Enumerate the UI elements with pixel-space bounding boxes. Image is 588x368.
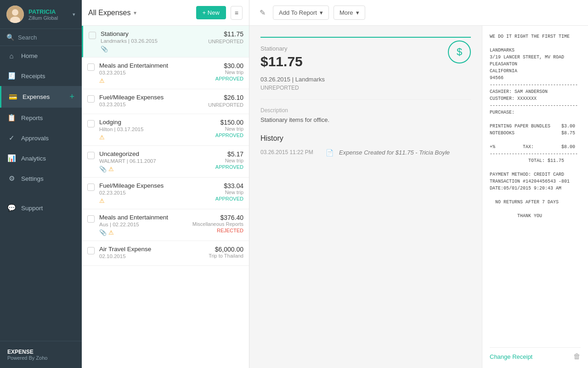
- expense-sub: 02.23.2015: [99, 190, 207, 196]
- expense-list-item[interactable]: Fuel/Mileage Expenses 03.23.2015 $26.10 …: [82, 89, 249, 114]
- expense-checkbox[interactable]: [89, 32, 96, 39]
- sidebar-item-settings[interactable]: ⚙ Settings: [0, 168, 82, 189]
- more-dropdown-icon: ▾: [356, 9, 359, 16]
- expense-list-item[interactable]: Lodging Hilton | 03.17.2015 ⚠ $150.00 Ne…: [82, 114, 249, 146]
- expense-amount: $26.10: [207, 94, 243, 101]
- expense-list-item[interactable]: Stationary Landmarks | 03.26.2015 📎 $11.…: [82, 26, 249, 58]
- expense-status-badge: UNREPORTED: [207, 39, 243, 44]
- add-to-report-button[interactable]: Add To Report ▾: [273, 6, 329, 20]
- sidebar-item-reports[interactable]: 📋 Reports: [0, 108, 82, 128]
- warning-icon: ⚠: [108, 229, 114, 236]
- main-content: All Expenses ▾ + New ≡ Stationary Landma…: [82, 0, 588, 368]
- history-list: 03.26.2015 11:22 PM 📄 Expense Created fo…: [260, 149, 471, 156]
- expense-right: $11.75 UNREPORTED: [207, 30, 243, 52]
- search-bar: 🔍: [0, 29, 82, 46]
- svg-point-1: [12, 9, 18, 16]
- new-expense-button[interactable]: + New: [196, 6, 226, 19]
- sidebar-item-approvals[interactable]: ✓ Approvals: [0, 128, 82, 148]
- expense-list: Stationary Landmarks | 03.26.2015 📎 $11.…: [82, 26, 249, 368]
- expense-checkbox[interactable]: [87, 215, 95, 223]
- description-label: Description: [260, 107, 471, 114]
- expense-checkbox[interactable]: [87, 247, 95, 254]
- expense-list-item[interactable]: Meals and Entertainment 03.23.2015 ⚠ $30…: [82, 58, 249, 89]
- sidebar-item-expenses[interactable]: 💳 Expenses +: [0, 86, 82, 108]
- expense-list-panel: All Expenses ▾ + New ≡ Stationary Landma…: [82, 0, 249, 368]
- support-icon: 💬: [7, 204, 16, 212]
- more-label: More: [339, 9, 353, 16]
- expense-list-item[interactable]: Fuel/Mileage Expenses 02.23.2015 ⚠ $33.0…: [82, 178, 249, 209]
- sidebar-item-label: Support: [21, 205, 43, 212]
- detail-toolbar: ✎ Add To Report ▾ More ▾: [249, 0, 588, 26]
- expense-right: $5.17 New trip APPROVED: [207, 150, 243, 172]
- detail-date: 03.26.2015: [260, 76, 290, 83]
- expense-icons: ⚠: [99, 197, 207, 204]
- add-expense-icon[interactable]: +: [69, 92, 74, 102]
- expense-name: Uncategorized: [99, 150, 207, 157]
- document-icon: 📄: [326, 149, 334, 156]
- approvals-icon: ✓: [7, 134, 16, 142]
- history-time: 03.26.2015 11:22 PM: [260, 149, 320, 155]
- search-input[interactable]: [18, 34, 75, 41]
- powered-by: Powered By Zoho: [7, 355, 74, 361]
- sidebar-item-receipts[interactable]: 🧾 Receipts: [0, 66, 82, 86]
- expense-list-item[interactable]: Meals and Entertainment Aus | 02.22.2015…: [82, 209, 249, 241]
- expense-details: Lodging Hilton | 03.17.2015 ⚠: [99, 119, 207, 141]
- hamburger-menu-button[interactable]: ≡: [231, 6, 243, 20]
- sidebar-item-label: Receipts: [21, 73, 45, 80]
- sidebar-item-label: Approvals: [21, 135, 49, 142]
- user-section[interactable]: PATRICIA Zillum Global ▾: [0, 0, 82, 29]
- detail-category: Stationary: [260, 45, 303, 52]
- attachment-icon: 📎: [99, 166, 107, 172]
- expense-right: $30.00 New trip APPROVED: [207, 62, 243, 84]
- expense-icons: 📎⚠: [99, 166, 207, 172]
- expense-detail-panel: ✎ Add To Report ▾ More ▾ Stationary $11.…: [249, 0, 588, 368]
- expense-icons: 📎: [101, 46, 207, 52]
- user-company: Zillum Global: [28, 15, 73, 21]
- title-dropdown-icon[interactable]: ▾: [134, 10, 136, 16]
- support-nav-item[interactable]: 💬 Support: [0, 198, 82, 218]
- sidebar: PATRICIA Zillum Global ▾ 🔍 ⌂ Home 🧾 Rece…: [0, 0, 82, 368]
- expense-status-badge: APPROVED: [207, 76, 243, 81]
- expense-status-badge: REJECTED: [192, 228, 243, 233]
- user-name: PATRICIA: [28, 8, 73, 15]
- expense-list-item[interactable]: Uncategorized WALMART | 06.11.2007 📎⚠ $5…: [82, 146, 249, 178]
- receipt-text: WE DO IT RIGHT THE FIRST TIME LANDMARKS …: [490, 33, 581, 341]
- warning-icon: ⚠: [99, 77, 105, 84]
- expenses-icon: 💳: [9, 93, 17, 101]
- expense-details: Fuel/Mileage Expenses 03.23.2015: [99, 94, 207, 109]
- expense-sub: Aus | 02.22.2015: [99, 222, 192, 227]
- expense-details: Fuel/Mileage Expenses 02.23.2015 ⚠: [99, 182, 207, 204]
- sidebar-item-home[interactable]: ⌂ Home: [0, 46, 82, 66]
- sidebar-item-label: Analytics: [21, 155, 46, 162]
- expense-right: $33.04 New trip APPROVED: [207, 182, 243, 204]
- delete-receipt-button[interactable]: 🗑: [573, 352, 581, 361]
- receipts-icon: 🧾: [7, 72, 16, 80]
- expense-sub: Hilton | 03.17.2015: [99, 126, 207, 132]
- expense-sub: 03.23.2015: [99, 102, 207, 107]
- detail-main: Stationary $11.75 $ 03.26.2015 | Landmar…: [249, 26, 482, 368]
- sidebar-item-analytics[interactable]: 📊 Analytics: [0, 148, 82, 168]
- detail-header-line: [260, 37, 471, 38]
- expense-list-item[interactable]: Air Travel Expense 02.10.2015 $6,000.00 …: [82, 241, 249, 266]
- add-to-report-dropdown-icon: ▾: [320, 9, 323, 16]
- settings-icon: ⚙: [7, 174, 16, 183]
- expense-checkbox[interactable]: [87, 184, 95, 191]
- expense-checkbox[interactable]: [87, 95, 95, 103]
- avatar: [6, 6, 24, 23]
- edit-button[interactable]: ✎: [257, 6, 268, 20]
- sidebar-item-support[interactable]: 💬 Support: [0, 198, 82, 218]
- change-receipt-button[interactable]: Change Receipt: [490, 353, 532, 360]
- detail-meta: 03.26.2015 | Landmarks: [260, 76, 471, 83]
- expense-name: Meals and Entertainment: [99, 62, 207, 69]
- expense-checkbox[interactable]: [87, 63, 95, 71]
- more-button[interactable]: More ▾: [334, 6, 365, 20]
- expense-icons: 📎⚠: [99, 229, 192, 236]
- receipt-actions: Change Receipt 🗑: [490, 347, 581, 361]
- expense-checkbox[interactable]: [87, 152, 95, 159]
- expense-status-badge: APPROVED: [207, 132, 243, 138]
- detail-amount: $11.75: [260, 54, 303, 69]
- expense-checkbox[interactable]: [87, 120, 95, 127]
- expense-icons: ⚠: [99, 77, 207, 84]
- attachment-icon: 📎: [99, 229, 107, 236]
- add-to-report-label: Add To Report: [279, 9, 317, 16]
